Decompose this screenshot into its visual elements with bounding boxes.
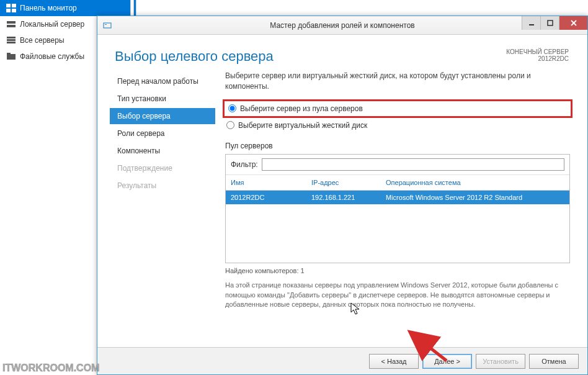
- cancel-button[interactable]: Отмена: [529, 354, 579, 369]
- maximize-button[interactable]: [540, 16, 559, 30]
- nav-installation-type[interactable]: Тип установки: [110, 91, 215, 107]
- bg-separator: [130, 0, 134, 16]
- main-content: Выберите сервер или виртуальный жесткий …: [215, 71, 570, 341]
- radio-group: Выберите сервер из пула серверов Выберит…: [225, 99, 570, 132]
- nav-confirmation: Подтверждение: [110, 160, 215, 176]
- svg-rect-10: [7, 53, 11, 55]
- svg-rect-7: [7, 39, 16, 41]
- svg-rect-0: [6, 4, 11, 7]
- titlebar[interactable]: Мастер добавления ролей и компонентов: [97, 16, 587, 35]
- col-ip[interactable]: IP-адрес: [306, 176, 381, 189]
- svg-rect-8: [7, 42, 16, 43]
- sidebar-label: Файловые службы: [20, 52, 84, 61]
- radio-label: Выберите виртуальный жесткий диск: [238, 121, 367, 130]
- nav-server-roles[interactable]: Роли сервера: [110, 125, 215, 142]
- svg-rect-14: [548, 20, 553, 25]
- cell-name: 2012R2DC: [226, 191, 306, 204]
- next-button[interactable]: Далее >: [422, 354, 472, 369]
- col-os[interactable]: Операционная система: [381, 176, 569, 189]
- instruction-text: Выберите сервер или виртуальный жесткий …: [225, 71, 570, 92]
- servers-icon: [6, 36, 16, 45]
- nav-features[interactable]: Компоненты: [110, 143, 215, 159]
- dest-value: 2012R2DC: [506, 55, 569, 62]
- dest-label: КОНЕЧНЫЙ СЕРВЕР: [506, 48, 569, 55]
- filter-row: Фильтр:: [226, 155, 569, 175]
- app-icon: [102, 20, 112, 30]
- radio-label: Выберите сервер из пула серверов: [240, 104, 363, 113]
- window-controls: [522, 16, 587, 30]
- button-bar: < Назад Далее > Установить Отмена: [97, 347, 587, 374]
- table-header: Имя IP-адрес Операционная система: [226, 175, 569, 191]
- svg-rect-6: [7, 37, 16, 38]
- filter-label: Фильтр:: [231, 160, 258, 169]
- svg-rect-11: [104, 23, 111, 28]
- svg-rect-13: [529, 24, 534, 25]
- filter-input[interactable]: [262, 158, 564, 171]
- add-roles-wizard-dialog: Мастер добавления ролей и компонентов Вы…: [97, 16, 588, 375]
- sidebar-label: Панель монитор: [20, 4, 77, 12]
- svg-rect-3: [12, 9, 16, 12]
- cell-os: Microsoft Windows Server 2012 R2 Standar…: [381, 191, 569, 204]
- svg-rect-4: [7, 21, 16, 24]
- close-button[interactable]: [559, 16, 587, 30]
- install-button: Установить: [476, 354, 525, 369]
- svg-rect-1: [12, 4, 16, 7]
- sidebar-item-dashboard[interactable]: Панель монитор: [0, 0, 136, 16]
- watermark: ITWORKROOM.COM: [2, 363, 99, 374]
- nav-before-you-begin[interactable]: Перед началом работы: [110, 73, 215, 89]
- col-name[interactable]: Имя: [226, 176, 306, 189]
- server-icon: [6, 20, 16, 29]
- svg-rect-9: [7, 54, 16, 60]
- dialog-title: Мастер добавления ролей и компонентов: [97, 21, 587, 30]
- nav-results: Результаты: [110, 178, 215, 194]
- destination-server-info: КОНЕЧНЫЙ СЕРВЕР 2012R2DC: [506, 48, 569, 62]
- found-text: Найдено компьютеров: 1: [225, 263, 570, 281]
- sidebar-label: Локальный сервер: [20, 20, 84, 29]
- page-title: Выбор целевого сервера: [115, 48, 570, 65]
- sidebar-label: Все серверы: [20, 36, 65, 45]
- dashboard-icon: [6, 4, 16, 12]
- table-body: 2012R2DC 192.168.1.221 Microsoft Windows…: [226, 191, 569, 263]
- table-row[interactable]: 2012R2DC 192.168.1.221 Microsoft Windows…: [226, 191, 569, 204]
- annotation-highlight: Выберите сервер из пула серверов: [223, 99, 572, 118]
- radio-server-pool-input[interactable]: [228, 104, 236, 112]
- server-pool-box: Фильтр: Имя IP-адрес Операционная систем…: [225, 154, 570, 263]
- svg-rect-5: [7, 25, 16, 27]
- cell-ip: 192.168.1.221: [306, 191, 381, 204]
- nav-server-selection[interactable]: Выбор сервера: [110, 108, 215, 124]
- pool-header: Пул серверов: [225, 142, 570, 150]
- minimize-button[interactable]: [522, 16, 540, 30]
- radio-server-pool[interactable]: Выберите сервер из пула серверов: [227, 102, 568, 115]
- svg-rect-12: [105, 24, 107, 25]
- description-text: На этой странице показаны серверы под уп…: [225, 281, 570, 310]
- files-icon: [6, 52, 16, 61]
- radio-vhd-input[interactable]: [226, 121, 234, 129]
- svg-rect-2: [6, 9, 11, 12]
- back-button[interactable]: < Назад: [369, 354, 419, 369]
- radio-vhd[interactable]: Выберите виртуальный жесткий диск: [225, 119, 570, 132]
- wizard-nav: Перед началом работы Тип установки Выбор…: [110, 71, 215, 341]
